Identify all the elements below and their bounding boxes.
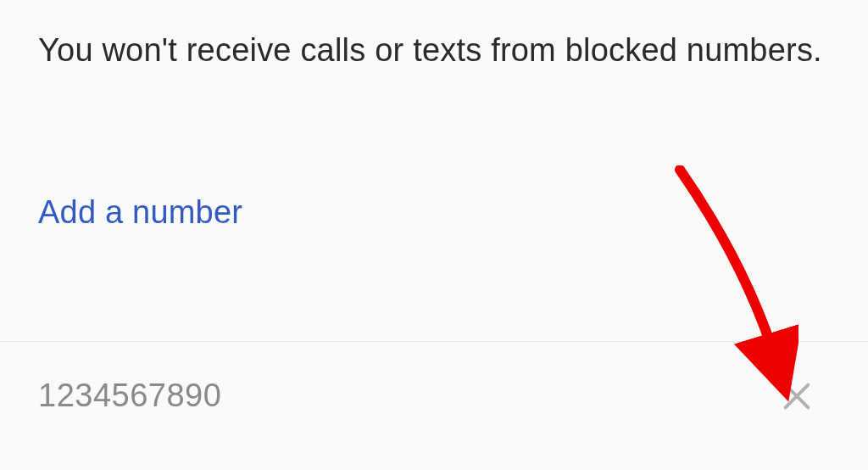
remove-number-button[interactable] bbox=[772, 372, 821, 421]
blocked-number-row: 1234567890 bbox=[38, 372, 830, 421]
add-number-link[interactable]: Add a number bbox=[38, 194, 242, 231]
close-icon bbox=[779, 378, 815, 414]
blocked-numbers-panel: You won't receive calls or texts from bl… bbox=[0, 0, 868, 470]
phone-number-text: 1234567890 bbox=[38, 378, 221, 414]
annotation-arrow-icon bbox=[654, 165, 798, 403]
divider bbox=[0, 341, 868, 342]
description-text: You won't receive calls or texts from bl… bbox=[38, 25, 830, 76]
